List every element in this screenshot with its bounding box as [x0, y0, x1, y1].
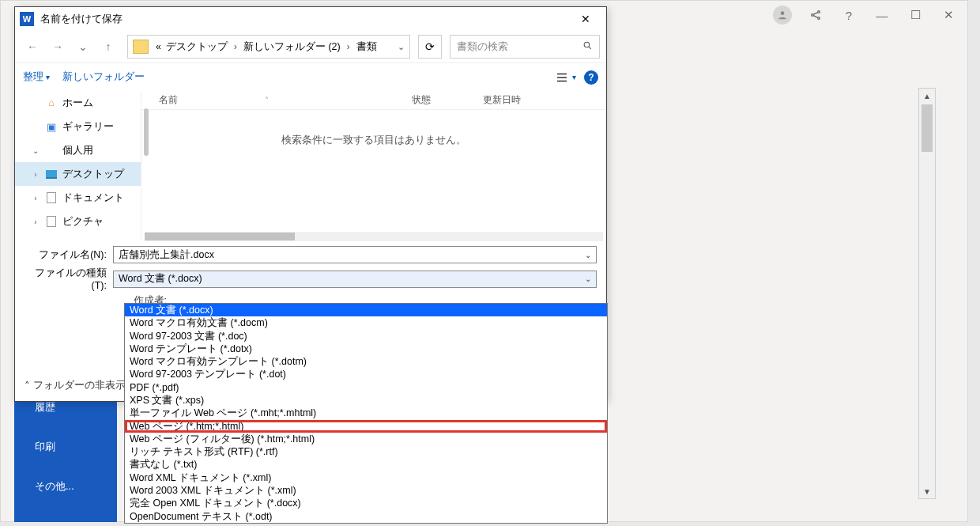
filetype-option[interactable]: Word 97-2003 テンプレート (*.dot): [125, 368, 607, 380]
sort-asc-icon: ˄: [265, 96, 269, 104]
avatar-icon: [773, 6, 792, 25]
chevron-down-icon[interactable]: ⌄: [31, 146, 40, 155]
tree-documents[interactable]: › ドキュメント: [15, 186, 141, 210]
help-button[interactable]: ?: [833, 2, 865, 28]
filetype-option[interactable]: Word XML ドキュメント (*.xml): [125, 471, 607, 484]
crumb-more[interactable]: «: [153, 41, 164, 52]
view-mode-button[interactable]: ▾: [555, 70, 576, 85]
chevron-right-icon[interactable]: ›: [31, 170, 40, 179]
crumb-sep-icon: ›: [230, 41, 241, 52]
share-button[interactable]: [800, 2, 831, 28]
empty-message: 検索条件に一致する項目はありません。: [141, 110, 606, 232]
file-h-scrollbar[interactable]: [145, 232, 603, 241]
dialog-close-button[interactable]: ✕: [570, 8, 601, 30]
chevron-right-icon[interactable]: ›: [31, 218, 40, 226]
filetype-option[interactable]: Web ページ (フィルター後) (*.htm;*.html): [125, 433, 607, 445]
filetype-option[interactable]: Word 97-2003 文書 (*.doc): [125, 330, 607, 342]
filetype-option[interactable]: 書式なし (*.txt): [125, 459, 607, 471]
crumb-sep-icon: ›: [343, 41, 354, 52]
file-list-headers: 名前 ˄ 状態 更新日時: [141, 91, 606, 110]
chevron-up-icon: ˄: [24, 380, 30, 392]
close-app-button[interactable]: ✕: [933, 2, 964, 28]
doc-scrollbar[interactable]: ▲ ▼: [918, 88, 936, 499]
filetype-option[interactable]: Word マクロ有効文書 (*.docm): [125, 316, 607, 329]
crumb-shorui[interactable]: 書類: [354, 40, 379, 54]
nav-back-button[interactable]: ←: [21, 36, 43, 58]
refresh-button[interactable]: ⟳: [418, 35, 442, 59]
filetype-select[interactable]: Word 文書 (*.docx) ⌄: [113, 271, 597, 288]
hide-folders-button[interactable]: ˄ フォルダーの非表示: [24, 379, 126, 392]
tree-home[interactable]: ⌂ ホーム: [15, 91, 141, 115]
crumb-desktop[interactable]: デスクトップ: [164, 40, 230, 54]
tree-gallery[interactable]: ▣ ギャラリー: [15, 115, 141, 138]
filetype-option[interactable]: Word 2003 XML ドキュメント (*.xml): [125, 484, 607, 497]
dialog-body: ⌂ ホーム ▣ ギャラリー ⌄ 個人用 › デスクトップ › ドキュメン: [15, 91, 606, 241]
chevron-right-icon[interactable]: ›: [31, 194, 40, 202]
desktop-icon: [45, 168, 58, 180]
filetype-option[interactable]: Word 文書 (*.docx): [125, 304, 607, 316]
chevron-down-icon: ▾: [572, 73, 576, 81]
address-dropdown-icon[interactable]: ⌄: [398, 42, 405, 52]
gallery-icon: ▣: [45, 120, 58, 133]
filetype-dropdown[interactable]: Word 文書 (*.docx)Word マクロ有効文書 (*.docm)Wor…: [124, 303, 608, 524]
backstage-print[interactable]: 印刷: [14, 427, 117, 467]
svg-point-2: [818, 11, 820, 13]
col-name[interactable]: 名前 ˄: [159, 93, 412, 107]
nav-forward-button[interactable]: →: [47, 36, 69, 58]
filename-label: ファイル名(N):: [24, 248, 113, 262]
minimize-button[interactable]: —: [866, 2, 898, 28]
help-icon[interactable]: ?: [584, 70, 598, 85]
scroll-up-icon[interactable]: ▲: [919, 89, 935, 103]
home-icon: ⌂: [45, 96, 58, 109]
filetype-option[interactable]: リッチ テキスト形式 (RTF) (*.rtf): [125, 445, 607, 458]
filename-input[interactable]: 店舗別売上集計.docx ⌄: [113, 246, 597, 263]
chevron-down-icon[interactable]: ⌄: [585, 274, 591, 283]
filetype-option[interactable]: 単一ファイル Web ページ (*.mht;*.mhtml): [125, 407, 607, 419]
account-avatar[interactable]: [767, 2, 798, 28]
crumb-newfolder[interactable]: 新しいフォルダー (2): [241, 40, 343, 54]
dialog-titlebar: W 名前を付けて保存 ✕: [15, 7, 606, 31]
search-input[interactable]: 書類の検索: [450, 35, 600, 59]
search-icon: [582, 40, 593, 53]
search-placeholder: 書類の検索: [457, 40, 508, 54]
filename-row: ファイル名(N): 店舗別売上集計.docx ⌄: [24, 246, 597, 263]
tree-pictures[interactable]: › ピクチャ: [15, 210, 141, 233]
svg-point-0: [781, 11, 785, 15]
filetype-option[interactable]: XPS 文書 (*.xps): [125, 394, 607, 407]
backstage-other[interactable]: その他...: [14, 467, 117, 506]
organize-button[interactable]: 整理 ▾: [23, 70, 50, 84]
svg-point-1: [812, 14, 814, 17]
filetype-label: ファイルの種類(T):: [24, 267, 113, 291]
document-icon: [45, 191, 58, 204]
nav-up-button[interactable]: ↑: [97, 36, 119, 58]
address-bar[interactable]: « デスクトップ › 新しいフォルダー (2) › 書類 ⌄: [127, 35, 410, 59]
col-date[interactable]: 更新日時: [483, 93, 521, 107]
tree-personal[interactable]: ⌄ 個人用: [15, 138, 141, 162]
scroll-down-icon[interactable]: ▼: [919, 484, 935, 498]
filetype-row: ファイルの種類(T): Word 文書 (*.docx) ⌄: [24, 267, 597, 291]
filetype-option[interactable]: PDF (*.pdf): [125, 381, 607, 394]
scroll-thumb[interactable]: [922, 104, 933, 152]
tree-desktop[interactable]: › デスクトップ: [15, 162, 141, 186]
filetype-option[interactable]: OpenDocument テキスト (*.odt): [125, 510, 607, 523]
backstage-sidebar: 履歴 印刷 その他...: [14, 388, 117, 522]
col-status[interactable]: 状態: [412, 93, 483, 107]
scroll-thumb[interactable]: [145, 233, 295, 240]
filetype-option[interactable]: 完全 Open XML ドキュメント (*.docx): [125, 497, 607, 509]
dialog-title: 名前を付けて保存: [40, 13, 570, 26]
maximize-button[interactable]: ☐: [899, 2, 931, 28]
picture-icon: [45, 215, 58, 228]
svg-point-3: [818, 17, 820, 20]
chevron-down-icon[interactable]: ⌄: [585, 251, 591, 259]
chevron-down-icon: ▾: [46, 73, 50, 81]
folder-tree: ⌂ ホーム ▣ ギャラリー ⌄ 個人用 › デスクトップ › ドキュメン: [15, 91, 141, 241]
filetype-option[interactable]: Word テンプレート (*.dotx): [125, 342, 607, 355]
dialog-toolbar: 整理 ▾ 新しいフォルダー ▾ ?: [15, 62, 606, 91]
new-folder-button[interactable]: 新しいフォルダー: [62, 70, 145, 84]
filetype-option[interactable]: Web ページ (*.htm;*.html): [125, 420, 607, 433]
filetype-option[interactable]: Word マクロ有効テンプレート (*.dotm): [125, 355, 607, 368]
app-titlebar: ? — ☐ ✕: [767, 1, 967, 29]
nav-recent-button[interactable]: ⌄: [72, 36, 94, 58]
file-list-area: 名前 ˄ 状態 更新日時 検索条件に一致する項目はありません。: [141, 91, 606, 241]
folder-icon: [133, 40, 149, 54]
